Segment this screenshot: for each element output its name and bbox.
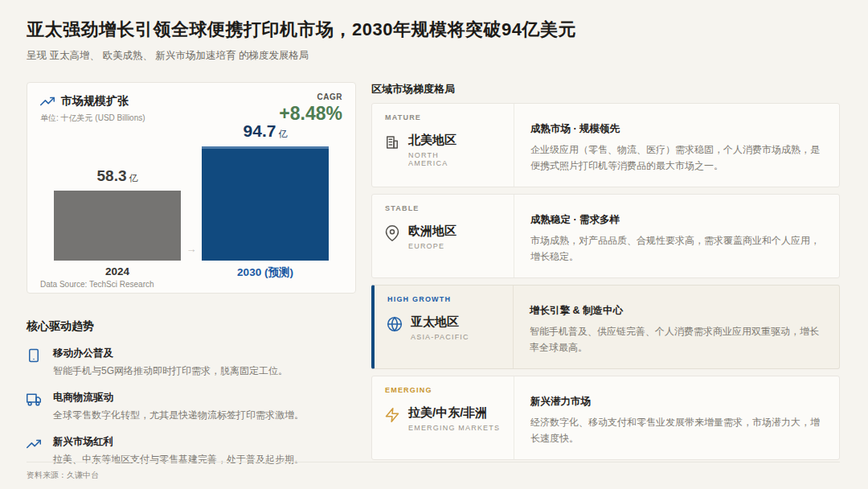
- bar-value-2030: 94.7亿: [244, 121, 288, 141]
- footer-source: 资料来源：久谦中台: [27, 470, 840, 481]
- region-card-europe: STABLE 欧洲地区 EUROPE 成熟稳定 · 需求多样 市场成熟，对产品品…: [371, 194, 840, 278]
- driver-title: 新兴市场红利: [53, 435, 304, 449]
- bar-group-2024: 58.3亿: [54, 167, 181, 261]
- truck-icon: [27, 392, 43, 422]
- driver-item-mobile-office: 移动办公普及 智能手机与5G网络推动即时打印需求，脱离固定工位。: [27, 347, 356, 378]
- region-tag: MATURE: [385, 113, 421, 121]
- data-source-note: Data Source: TechSci Research: [40, 280, 154, 289]
- x-label-2030: 2030 (预测): [202, 265, 329, 280]
- driver-title: 移动办公普及: [53, 347, 288, 360]
- page-subtitle: 呈现 亚太高增、 欧美成熟、 新兴市场加速培育 的梯度发展格局: [27, 49, 840, 63]
- cagr-label: CAGR: [279, 92, 342, 101]
- region-heading: 成熟稳定 · 需求多样: [530, 213, 825, 227]
- region-en-name: EMERGING MARKETS: [408, 424, 500, 432]
- region-name: 亚太地区: [411, 314, 469, 330]
- growth-arrow-icon: →: [186, 243, 197, 255]
- market-size-chart-card: 市场规模扩张 单位: 十亿美元 (USD Billions) CAGR +8.4…: [27, 82, 356, 294]
- region-name: 拉美/中东/非洲: [408, 405, 500, 421]
- driver-desc: 智能手机与5G网络推动即时打印需求，脱离固定工位。: [53, 364, 288, 378]
- x-label-2024: 2024: [54, 265, 181, 280]
- region-en-name: EUROPE: [408, 242, 457, 250]
- region-card-asia-pacific: HIGH GROWTH 亚太地区 ASIA-PACIFIC 增长引擎 & 制造中…: [371, 285, 840, 369]
- left-column: 市场规模扩张 单位: 十亿美元 (USD Billions) CAGR +8.4…: [27, 82, 356, 466]
- region-en-name: NORTH AMERICA: [408, 151, 458, 167]
- smartphone-icon: [27, 348, 43, 378]
- regions-panel-title: 区域市场梯度格局: [371, 82, 840, 97]
- bar-2024: [54, 191, 181, 261]
- main-content: 市场规模扩张 单位: 十亿美元 (USD Billions) CAGR +8.4…: [27, 82, 840, 466]
- trend-up-icon: [40, 94, 55, 109]
- region-card-north-america: MATURE 北美地区 NORTH AMERICA 成熟市场 · 规模领先 企业…: [371, 103, 840, 187]
- region-heading: 成熟市场 · 规模领先: [530, 122, 825, 136]
- region-name: 欧洲地区: [408, 224, 457, 239]
- bar-2030: [202, 146, 329, 261]
- drivers-section-title: 核心驱动趋势: [27, 319, 356, 334]
- region-heading: 增长引擎 & 制造中心: [530, 304, 825, 318]
- region-desc: 企业级应用（零售、物流、医疗）需求稳固，个人消费市场成熟，是便携式照片打印机等消…: [530, 142, 825, 175]
- region-desc: 智能手机普及、供应链完善、个人消费需求商业应用双重驱动，增长率全球最高。: [530, 323, 825, 356]
- infographic-page: 亚太强劲增长引领全球便携打印机市场，2030年规模将突破94亿美元 呈现 亚太高…: [0, 0, 868, 466]
- core-drivers-section: 核心驱动趋势 移动办公普及 智能手机与5G网络推动即时打印需求，脱离固定工位。: [27, 319, 356, 466]
- region-tag: HIGH GROWTH: [387, 295, 451, 303]
- region-en-name: ASIA-PACIFIC: [411, 333, 469, 341]
- region-desc: 经济数字化、移动支付和零售业发展带来增量需求，市场潜力大，增长速度快。: [530, 414, 825, 447]
- page-footer: 资料来源：久谦中台: [27, 462, 840, 481]
- page-title: 亚太强劲增长引领全球便携打印机市场，2030年规模将突破94亿美元: [27, 18, 840, 42]
- bar-group-2030: 94.7亿: [202, 121, 329, 261]
- driver-title: 电商物流驱动: [53, 391, 304, 405]
- chart-title: 市场规模扩张: [61, 94, 129, 109]
- driver-item-ecommerce-logistics: 电商物流驱动 全球零售数字化转型，尤其是快递物流标签打印需求激增。: [27, 391, 356, 422]
- regions-panel: 区域市场梯度格局 MATURE 北美地区 NORTH AMERICA: [371, 82, 840, 466]
- building-icon: [384, 134, 400, 150]
- bar-chart: 58.3亿 94.7亿: [47, 114, 336, 261]
- region-card-emerging-markets: EMERGING 拉美/中东/非洲 EMERGING MARKETS 新兴潜力市…: [371, 376, 840, 460]
- region-name: 北美地区: [408, 133, 458, 148]
- region-desc: 市场成熟，对产品品质、合规性要求高，需求覆盖商业和个人应用，增长稳定。: [530, 232, 825, 265]
- driver-desc: 全球零售数字化转型，尤其是快递物流标签打印需求激增。: [53, 409, 304, 422]
- region-heading: 新兴潜力市场: [530, 395, 825, 409]
- zap-icon: [384, 407, 400, 423]
- region-tag: STABLE: [385, 204, 420, 212]
- globe-icon: [387, 316, 403, 332]
- x-axis-labels: 2024 2030 (预测): [47, 265, 336, 280]
- map-pin-icon: [384, 225, 400, 241]
- region-tag: EMERGING: [385, 386, 432, 394]
- bar-value-2024: 58.3亿: [97, 167, 138, 185]
